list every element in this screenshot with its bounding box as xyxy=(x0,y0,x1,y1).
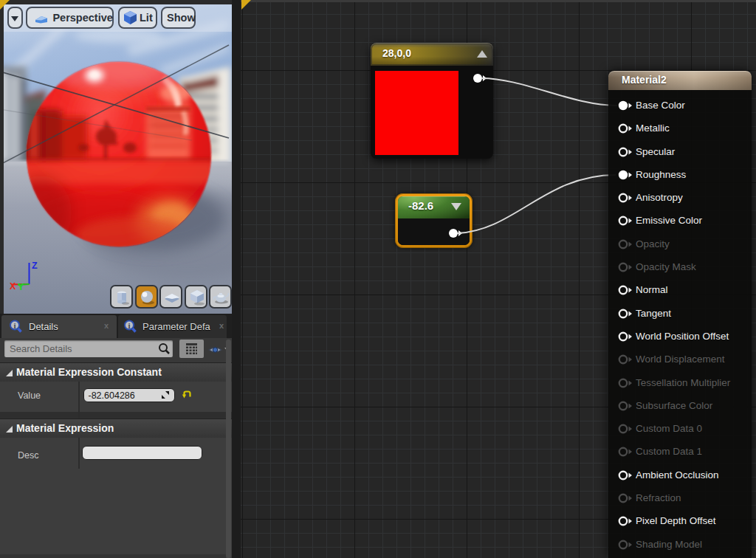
svg-text:i: i xyxy=(128,321,130,330)
svg-text:X: X xyxy=(10,281,16,292)
svg-text:Z: Z xyxy=(32,261,38,271)
svg-text:Y: Y xyxy=(18,282,24,292)
svg-text:i: i xyxy=(13,321,16,330)
